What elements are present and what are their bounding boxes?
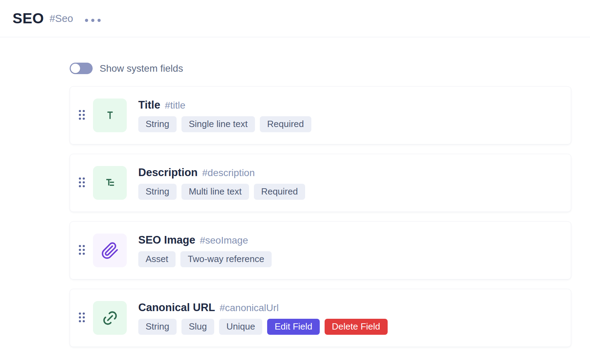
field-badge-row: StringSlugUniqueEdit FieldDelete Field — [138, 319, 388, 335]
drag-handle[interactable] — [78, 311, 86, 325]
drag-dots-icon — [78, 109, 85, 122]
model-header: SEO #Seo — [0, 0, 590, 37]
field-name: Description — [138, 166, 198, 179]
field-badge: Two-way reference — [180, 251, 272, 267]
field-card: SEO Image #seoImage AssetTwo-way referen… — [70, 221, 571, 279]
model-fields-panel: Show system fields Title #title StringSi… — [0, 37, 590, 347]
field-card: Title #title StringSingle line textRequi… — [70, 86, 571, 144]
more-options-button[interactable] — [84, 17, 101, 24]
toggle-label: Show system fields — [100, 63, 183, 74]
system-fields-toggle-row: Show system fields — [70, 63, 590, 74]
field-badge: Required — [254, 184, 305, 200]
field-name: SEO Image — [138, 234, 195, 246]
field-badge: String — [138, 116, 177, 132]
drag-handle[interactable] — [78, 176, 86, 190]
field-badge-row: StringMulti line textRequired — [138, 184, 305, 200]
field-card: Description #description StringMulti lin… — [70, 154, 571, 212]
ellipsis-icon — [85, 19, 101, 22]
drag-handle[interactable] — [78, 109, 86, 122]
model-title: SEO — [13, 10, 44, 27]
field-badge: Required — [260, 116, 311, 132]
field-handle: #title — [165, 100, 185, 111]
field-badge: Single line text — [181, 116, 255, 132]
field-handle: #canonicalUrl — [219, 302, 279, 314]
field-badge: Multi line text — [181, 184, 249, 200]
field-handle: #seoImage — [200, 235, 248, 246]
field-badge: Slug — [181, 319, 214, 335]
field-card-list: Title #title StringSingle line textRequi… — [70, 86, 571, 347]
field-badge-row: StringSingle line textRequired — [138, 116, 311, 132]
multi-line-text-icon — [93, 166, 127, 200]
field-badge: String — [138, 319, 177, 335]
link-icon — [93, 301, 127, 335]
field-badge: Unique — [219, 319, 262, 335]
field-badge-row: AssetTwo-way reference — [138, 251, 272, 267]
paperclip-icon — [93, 234, 127, 267]
field-name: Title — [138, 99, 160, 111]
field-card: Canonical URL #canonicalUrl StringSlugUn… — [70, 289, 571, 347]
drag-dots-icon — [78, 244, 85, 257]
field-handle: #description — [202, 167, 255, 179]
edit-field-button[interactable]: Edit Field — [267, 319, 319, 335]
single-line-text-icon — [93, 98, 127, 132]
model-handle: #Seo — [49, 13, 73, 24]
toggle-knob — [71, 64, 80, 73]
field-badge: String — [138, 184, 177, 200]
drag-handle[interactable] — [78, 244, 86, 257]
delete-field-button[interactable]: Delete Field — [325, 319, 388, 335]
field-badge: Asset — [138, 251, 176, 267]
show-system-fields-toggle[interactable] — [70, 63, 93, 74]
drag-dots-icon — [78, 177, 85, 189]
drag-dots-icon — [78, 312, 85, 324]
field-name: Canonical URL — [138, 301, 215, 314]
